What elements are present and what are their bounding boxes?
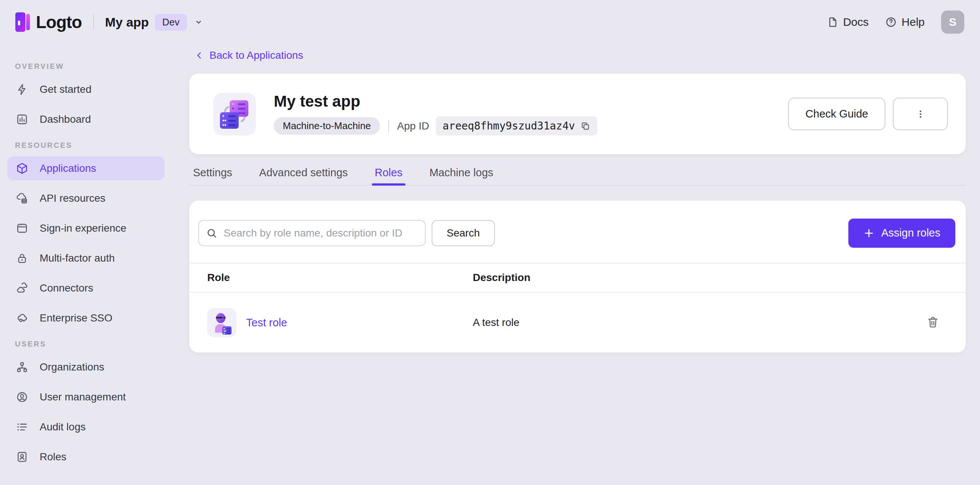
sidebar-section-users: USERS	[15, 340, 165, 348]
app-root: Logto My app Dev Docs	[0, 0, 980, 485]
topbar: Logto My app Dev Docs	[0, 0, 980, 44]
check-guide-button[interactable]: Check Guide	[788, 98, 885, 130]
role-avatar-icon	[207, 308, 236, 337]
help-label: Help	[902, 16, 924, 29]
tab-machine-logs[interactable]: Machine logs	[430, 160, 493, 185]
app-type-badge: Machine-to-Machine	[274, 117, 380, 135]
sidebar: OVERVIEW Get started Dashboard RESOURCES…	[0, 44, 172, 485]
cube-icon	[16, 162, 29, 175]
docs-label: Docs	[843, 16, 869, 29]
trash-icon	[926, 316, 940, 329]
clouds-icon	[16, 282, 29, 295]
browser-window-icon	[16, 222, 29, 235]
main-content: Back to Applications	[172, 44, 980, 485]
roles-toolbar: Search Assign roles	[189, 201, 966, 253]
app-id-chip[interactable]: areeq8fhmy9szud31az4v	[436, 116, 597, 136]
lock-icon	[16, 252, 29, 265]
more-actions-button[interactable]	[893, 98, 948, 130]
sidebar-item-sign-in-experience[interactable]: Sign-in experience	[8, 216, 165, 240]
role-description: A test role	[473, 317, 520, 328]
column-header-role: Role	[189, 272, 473, 284]
role-name-link[interactable]: Test role	[246, 317, 287, 329]
tab-roles[interactable]: Roles	[375, 160, 402, 185]
docs-button[interactable]: Docs	[827, 16, 869, 29]
sidebar-item-enterprise-sso[interactable]: Enterprise SSO	[8, 306, 165, 330]
back-to-applications-link[interactable]: Back to Applications	[194, 49, 303, 61]
sidebar-item-api-resources[interactable]: API resources	[8, 187, 165, 210]
copy-icon[interactable]	[580, 121, 590, 131]
sidebar-item-user-management[interactable]: User management	[8, 385, 165, 409]
sidebar-item-connectors[interactable]: Connectors	[8, 276, 165, 300]
sidebar-item-applications[interactable]: Applications	[8, 156, 165, 180]
help-button[interactable]: Help	[885, 16, 924, 29]
chevron-left-icon	[194, 51, 204, 60]
search-box	[198, 220, 426, 246]
bar-chart-icon	[16, 113, 29, 126]
logto-logo[interactable]: Logto	[15, 12, 82, 32]
app-id-value: areeq8fhmy9szud31az4v	[442, 120, 575, 132]
assign-roles-button[interactable]: Assign roles	[848, 219, 955, 248]
column-header-description: Description	[473, 272, 924, 284]
sidebar-item-audit-logs[interactable]: Audit logs	[8, 415, 165, 439]
app-title: My test app	[274, 93, 788, 110]
tenant-name: My app	[105, 15, 149, 30]
user-avatar[interactable]: S	[941, 11, 964, 34]
tab-advanced-settings[interactable]: Advanced settings	[259, 160, 348, 185]
brand-wordmark: Logto	[36, 12, 82, 32]
chevron-down-icon	[193, 16, 204, 28]
meta-divider	[388, 120, 389, 132]
plus-icon	[863, 228, 875, 239]
id-card-icon	[16, 451, 29, 463]
app-header-card: My test app Machine-to-Machine App ID ar…	[189, 74, 966, 154]
sidebar-item-organizations[interactable]: Organizations	[8, 355, 165, 379]
roles-table-header: Role Description	[189, 263, 966, 293]
tenant-selector[interactable]: My app Dev	[105, 14, 204, 31]
search-icon	[206, 227, 218, 239]
kebab-menu-icon	[915, 108, 926, 120]
org-chart-icon	[16, 361, 29, 373]
brand-divider	[93, 14, 94, 30]
search-input[interactable]	[198, 220, 426, 246]
sidebar-item-get-started[interactable]: Get started	[8, 77, 165, 101]
search-button[interactable]: Search	[432, 220, 495, 246]
lightning-icon	[16, 83, 29, 96]
env-badge: Dev	[155, 14, 187, 31]
sidebar-item-multi-factor-auth[interactable]: Multi-factor auth	[8, 246, 165, 270]
logto-door-icon	[15, 12, 31, 32]
app-detail-tabs: Settings Advanced settings Roles Machine…	[189, 160, 966, 186]
app-id-label: App ID	[397, 120, 430, 132]
cloud-key-icon	[16, 312, 29, 324]
list-icon	[16, 421, 29, 433]
roles-panel: Search Assign roles Role Description	[189, 201, 966, 353]
machine-to-machine-app-icon	[213, 93, 256, 136]
user-circle-icon	[16, 391, 29, 404]
table-row: Test role A test role	[189, 293, 966, 353]
sidebar-section-overview: OVERVIEW	[15, 62, 165, 71]
document-icon	[827, 16, 838, 28]
delete-role-button[interactable]	[924, 313, 942, 332]
sidebar-item-dashboard[interactable]: Dashboard	[8, 107, 165, 131]
cloud-database-icon	[16, 192, 29, 205]
question-circle-icon	[885, 16, 897, 28]
sidebar-section-resources: RESOURCES	[15, 141, 165, 150]
tab-settings[interactable]: Settings	[193, 160, 232, 185]
sidebar-item-roles[interactable]: Roles	[8, 445, 165, 469]
